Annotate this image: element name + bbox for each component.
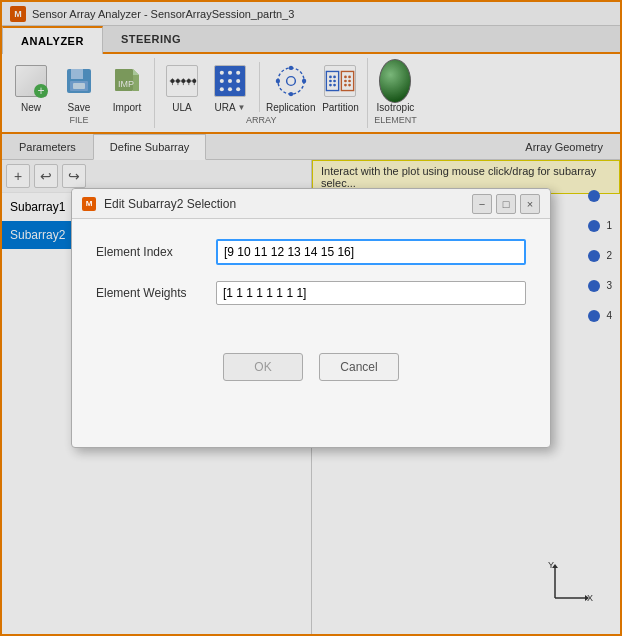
element-weights-input[interactable]: [216, 281, 526, 305]
modal-minimize-button[interactable]: −: [472, 194, 492, 214]
modal-title: Edit Subarray2 Selection: [104, 197, 468, 211]
modal-footer: OK Cancel: [72, 341, 550, 393]
element-index-row: Element Index: [96, 239, 526, 265]
modal-dialog: M Edit Subarray2 Selection − □ × Element…: [71, 188, 551, 448]
modal-close-button[interactable]: ×: [520, 194, 540, 214]
element-weights-label: Element Weights: [96, 286, 216, 300]
modal-maximize-button[interactable]: □: [496, 194, 516, 214]
modal-overlay: M Edit Subarray2 Selection − □ × Element…: [0, 0, 622, 636]
modal-titlebar: M Edit Subarray2 Selection − □ ×: [72, 189, 550, 219]
modal-body: Element Index Element Weights: [72, 219, 550, 341]
modal-app-icon: M: [82, 197, 96, 211]
element-index-input[interactable]: [216, 239, 526, 265]
element-weights-row: Element Weights: [96, 281, 526, 305]
ok-button[interactable]: OK: [223, 353, 303, 381]
cancel-button[interactable]: Cancel: [319, 353, 399, 381]
element-index-label: Element Index: [96, 245, 216, 259]
